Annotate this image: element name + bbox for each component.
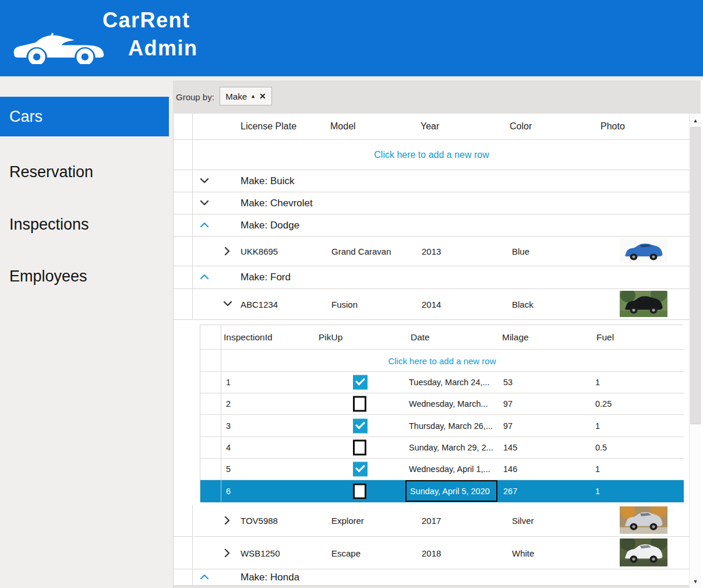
expand-car-row-icon[interactable] <box>222 548 233 558</box>
cell-date[interactable]: Sunday, March 29, 2... <box>409 443 493 452</box>
scrollbar-thumb[interactable] <box>690 127 701 424</box>
cell-model[interactable]: Grand Caravan <box>331 247 391 256</box>
cell-license-plate[interactable]: TOV5988 <box>241 516 278 526</box>
cell-color[interactable]: White <box>512 548 534 558</box>
cell-year[interactable]: 2013 <box>422 247 441 256</box>
group-row[interactable]: Make: Dodge <box>174 214 689 237</box>
row-header-cell[interactable] <box>200 480 221 502</box>
scroll-up-icon[interactable]: ▲ <box>690 114 701 127</box>
cell-license-plate[interactable]: UKK8695 <box>241 247 278 256</box>
cell-year[interactable]: 2014 <box>422 300 441 309</box>
group-row[interactable]: Make: Chevrolet <box>174 192 689 214</box>
column-header-fuel[interactable]: Fuel <box>596 332 614 343</box>
cell-color[interactable]: Silver <box>512 516 534 526</box>
cell-year[interactable]: 2017 <box>422 516 441 526</box>
column-header-date[interactable]: Date <box>411 332 430 343</box>
row-header-cell[interactable] <box>174 192 193 214</box>
remove-group-icon[interactable]: ✕ <box>259 91 266 101</box>
cell-inspectionid[interactable]: 1 <box>226 378 231 387</box>
row-header-cell[interactable] <box>200 437 221 458</box>
expand-car-row-icon[interactable] <box>222 516 233 525</box>
sidebar-item-reservation[interactable]: Reservation <box>0 160 169 184</box>
cell-date[interactable]: Tuesday, March 24,... <box>409 378 490 387</box>
inspection-row[interactable]: 1Tuesday, March 24,...531 <box>200 372 684 393</box>
inspection-row[interactable]: 2Wednesday, March...970.25 <box>200 393 684 415</box>
cell-inspectionid[interactable]: 3 <box>226 421 231 431</box>
row-header-cell[interactable] <box>174 170 193 192</box>
sidebar-item-inspections[interactable]: Inspections <box>0 213 169 236</box>
cell-year[interactable]: 2018 <box>422 548 441 558</box>
cell-license-plate[interactable]: ABC1234 <box>241 300 278 309</box>
cell-fuel[interactable]: 1 <box>595 487 600 496</box>
column-header-license-plate[interactable]: License Plate <box>241 121 296 132</box>
cell-model[interactable]: Fusion <box>331 300 358 309</box>
cell-milage[interactable]: 97 <box>503 399 513 409</box>
cell-milage[interactable]: 146 <box>503 464 517 474</box>
inspection-row[interactable]: 3Thursday, March 26,...971 <box>200 415 684 437</box>
pikup-checkbox-checked[interactable] <box>353 418 368 433</box>
group-row[interactable]: Make: Buick <box>174 170 689 192</box>
row-header-cell[interactable] <box>200 393 221 414</box>
row-header-cell[interactable] <box>174 289 193 319</box>
pikup-checkbox-unchecked[interactable] <box>353 440 366 456</box>
collapse-car-row-icon[interactable] <box>222 300 233 309</box>
collapse-group-icon[interactable] <box>199 221 210 230</box>
cell-inspectionid[interactable]: 6 <box>226 487 231 496</box>
expand-group-icon[interactable] <box>199 199 210 208</box>
column-header-year[interactable]: Year <box>421 121 439 132</box>
cell-model[interactable]: Explorer <box>331 516 364 526</box>
row-header-cell[interactable] <box>200 459 221 480</box>
cell-milage[interactable]: 145 <box>503 443 517 452</box>
cell-inspectionid[interactable]: 4 <box>226 443 231 452</box>
vertical-scrollbar[interactable]: ▲ ▼ <box>689 114 701 588</box>
cell-license-plate[interactable]: WSB1250 <box>241 548 280 558</box>
add-new-inspection-link[interactable]: Click here to add a new row <box>200 355 684 365</box>
cell-milage[interactable]: 53 <box>503 378 513 387</box>
column-header-inspectionid[interactable]: InspectionId <box>224 332 273 343</box>
pikup-checkbox-unchecked[interactable] <box>353 396 366 412</box>
car-row[interactable]: TOV5988Explorer2017Silver <box>174 505 689 537</box>
cell-date-focused[interactable]: Sunday, April 5, 2020 <box>405 480 497 502</box>
cell-color[interactable]: Blue <box>512 247 529 256</box>
row-header-cell[interactable] <box>174 537 193 569</box>
cell-milage[interactable]: 267 <box>503 487 517 496</box>
column-header-pikup[interactable]: PikUp <box>319 332 342 343</box>
car-row[interactable]: WSB1250Escape2018White <box>174 537 689 569</box>
group-row[interactable]: Make: Ford <box>174 266 689 289</box>
cell-fuel[interactable]: 1 <box>595 378 600 387</box>
cell-fuel[interactable]: 0.5 <box>595 443 607 452</box>
cell-milage[interactable]: 97 <box>503 421 513 431</box>
collapse-group-icon[interactable] <box>199 273 210 282</box>
inspection-row[interactable]: 6Sunday, April 5, 20202671 <box>200 480 684 502</box>
pikup-checkbox-unchecked[interactable] <box>353 483 366 499</box>
group-chip-make[interactable]: Make ▲ ✕ <box>220 87 272 105</box>
cell-date[interactable]: Thursday, March 26,... <box>409 421 493 431</box>
pikup-checkbox-checked[interactable] <box>353 375 368 390</box>
expand-car-row-icon[interactable] <box>222 247 233 256</box>
add-new-car-link[interactable]: Click here to add a new row <box>174 150 689 160</box>
group-row[interactable]: Make: Honda <box>174 569 689 586</box>
row-header-cell[interactable] <box>174 214 193 236</box>
cell-fuel[interactable]: 0.25 <box>595 399 612 409</box>
cell-fuel[interactable]: 1 <box>595 464 600 474</box>
cell-inspectionid[interactable]: 5 <box>226 464 231 474</box>
sort-asc-icon[interactable]: ▲ <box>250 93 256 99</box>
car-row[interactable]: ABC1234Fusion2014Black <box>174 289 689 320</box>
cell-model[interactable]: Escape <box>331 548 361 558</box>
cell-color[interactable]: Black <box>512 300 534 309</box>
row-header-cell[interactable] <box>200 372 221 393</box>
row-header-cell[interactable] <box>174 505 193 536</box>
expand-group-icon[interactable] <box>199 177 210 186</box>
column-header-color[interactable]: Color <box>510 121 532 132</box>
scroll-down-icon[interactable]: ▼ <box>690 575 701 588</box>
cell-inspectionid[interactable]: 2 <box>226 399 231 409</box>
collapse-group-icon[interactable] <box>199 573 210 582</box>
row-header-cell[interactable] <box>174 237 193 266</box>
sidebar-item-employees[interactable]: Employees <box>0 265 169 288</box>
row-header-cell[interactable] <box>174 569 193 585</box>
car-row[interactable]: UKK8695Grand Caravan2013Blue <box>174 237 689 266</box>
column-header-model[interactable]: Model <box>330 121 356 132</box>
row-header-cell[interactable] <box>174 266 193 288</box>
pikup-checkbox-checked[interactable] <box>353 462 368 477</box>
cell-fuel[interactable]: 1 <box>595 421 600 431</box>
